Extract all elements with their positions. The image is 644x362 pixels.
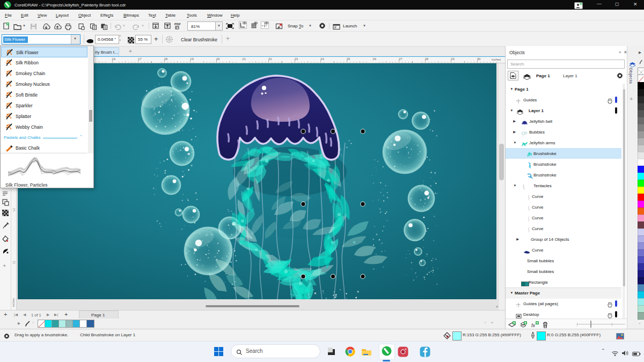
- svg-text:PDF: PDF: [174, 23, 181, 26]
- svg-text:fx: fx: [531, 323, 536, 328]
